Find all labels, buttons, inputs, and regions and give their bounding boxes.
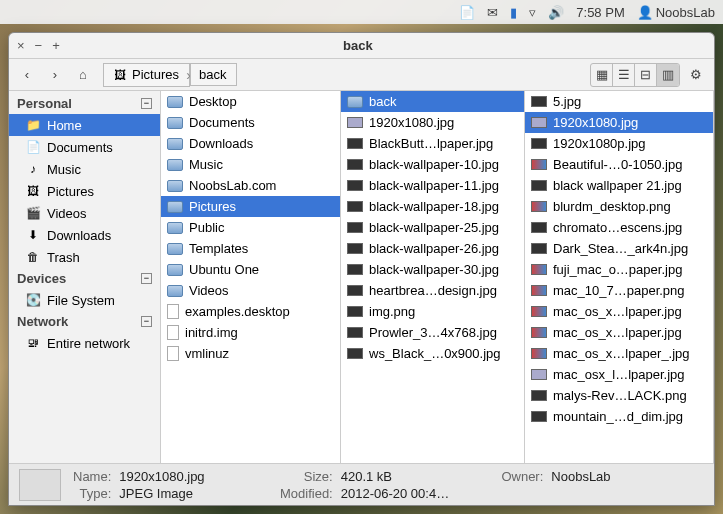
tray-volume-icon[interactable]: 🔊 xyxy=(548,5,564,20)
list-item[interactable]: img.png xyxy=(341,301,524,322)
list-item[interactable]: initrd.img xyxy=(161,322,340,343)
list-item[interactable]: Videos xyxy=(161,280,340,301)
item-label: 1920x1080.jpg xyxy=(553,115,638,130)
list-item[interactable]: Pictures xyxy=(161,196,340,217)
column-view: DesktopDocumentsDownloadsMusicNoobsLab.c… xyxy=(161,91,714,463)
tray-wifi-icon[interactable]: ▿ xyxy=(529,5,536,20)
image-icon xyxy=(531,369,547,380)
folder-icon xyxy=(167,180,183,192)
image-icon xyxy=(347,222,363,233)
breadcrumb-back[interactable]: back xyxy=(190,63,237,86)
list-item[interactable]: ws_Black_…0x900.jpg xyxy=(341,343,524,364)
view-list-button[interactable]: ☰ xyxy=(613,64,635,86)
status-owner-label: Owner: xyxy=(501,469,543,484)
list-item[interactable]: Dark_Stea…_ark4n.jpg xyxy=(525,238,713,259)
list-item[interactable]: Desktop xyxy=(161,91,340,112)
list-item[interactable]: mac_osx_l…lpaper.jpg xyxy=(525,364,713,385)
view-tree-button[interactable]: ⊟ xyxy=(635,64,657,86)
list-item[interactable]: mac_os_x…lpaper_.jpg xyxy=(525,343,713,364)
sidebar-item-downloads[interactable]: ⬇Downloads xyxy=(9,224,160,246)
list-item[interactable]: 1920x1080.jpg xyxy=(341,112,524,133)
nav-home-button[interactable]: ⌂ xyxy=(71,63,95,87)
list-item[interactable]: black-wallpaper-25.jpg xyxy=(341,217,524,238)
list-item[interactable]: vmlinuz xyxy=(161,343,340,364)
list-item[interactable]: mac_os_x…lpaper.jpg xyxy=(525,322,713,343)
list-item[interactable]: malys-Rev…LACK.png xyxy=(525,385,713,406)
list-item[interactable]: heartbrea…design.jpg xyxy=(341,280,524,301)
maximize-button[interactable]: + xyxy=(52,38,60,53)
status-type-label: Type: xyxy=(73,486,111,501)
list-item[interactable]: black-wallpaper-30.jpg xyxy=(341,259,524,280)
list-item[interactable]: Ubuntu One xyxy=(161,259,340,280)
list-item[interactable]: NoobsLab.com xyxy=(161,175,340,196)
list-item[interactable]: chromato…escens.jpg xyxy=(525,217,713,238)
sidebar-item-home[interactable]: 📁Home xyxy=(9,114,160,136)
folder-icon xyxy=(167,285,183,297)
list-item[interactable]: mac_10_7…paper.png xyxy=(525,280,713,301)
sidebar-item-trash[interactable]: 🗑Trash xyxy=(9,246,160,268)
item-label: heartbrea…design.jpg xyxy=(369,283,497,298)
close-button[interactable]: × xyxy=(17,38,25,53)
list-item[interactable]: Documents xyxy=(161,112,340,133)
tray-user[interactable]: 👤 NoobsLab xyxy=(637,5,715,20)
list-item[interactable]: fuji_mac_o…paper.jpg xyxy=(525,259,713,280)
item-label: 1920x1080.jpg xyxy=(369,115,454,130)
minimize-button[interactable]: − xyxy=(35,38,43,53)
tray-battery-icon[interactable]: ▮ xyxy=(510,5,517,20)
breadcrumb-pictures[interactable]: 🖼Pictures xyxy=(103,63,190,87)
sidebar-section-header: Personal− xyxy=(9,93,160,114)
column-1: back1920x1080.jpgBlackButt…lpaper.jpgbla… xyxy=(341,91,525,463)
list-item[interactable]: blurdm_desktop.png xyxy=(525,196,713,217)
tray-clock[interactable]: 7:58 PM xyxy=(576,5,624,20)
list-item[interactable]: Templates xyxy=(161,238,340,259)
sidebar-item-documents[interactable]: 📄Documents xyxy=(9,136,160,158)
list-item[interactable]: 5.jpg xyxy=(525,91,713,112)
item-label: BlackButt…lpaper.jpg xyxy=(369,136,493,151)
nav-forward-button[interactable]: › xyxy=(43,63,67,87)
view-columns-button[interactable]: ▥ xyxy=(657,64,679,86)
sidebar-item-videos[interactable]: 🎬Videos xyxy=(9,202,160,224)
item-label: NoobsLab.com xyxy=(189,178,276,193)
list-item[interactable]: black-wallpaper-18.jpg xyxy=(341,196,524,217)
tray-files-icon[interactable]: 📄 xyxy=(459,5,475,20)
image-icon xyxy=(531,285,547,296)
list-item[interactable]: Downloads xyxy=(161,133,340,154)
list-item[interactable]: Music xyxy=(161,154,340,175)
sidebar-item-music[interactable]: ♪Music xyxy=(9,158,160,180)
tray-mail-icon[interactable]: ✉ xyxy=(487,5,498,20)
item-label: black-wallpaper-10.jpg xyxy=(369,157,499,172)
collapse-icon[interactable]: − xyxy=(141,316,152,327)
item-label: malys-Rev…LACK.png xyxy=(553,388,687,403)
list-item[interactable]: black-wallpaper-26.jpg xyxy=(341,238,524,259)
list-item[interactable]: 1920x1080.jpg xyxy=(525,112,713,133)
preview-thumbnail xyxy=(19,469,61,501)
sidebar-item-pictures[interactable]: 🖼Pictures xyxy=(9,180,160,202)
view-icons-button[interactable]: ▦ xyxy=(591,64,613,86)
list-item[interactable]: back xyxy=(341,91,524,112)
list-item[interactable]: mac_os_x…lpaper.jpg xyxy=(525,301,713,322)
sidebar-item-file-system[interactable]: 💽File System xyxy=(9,289,160,311)
list-item[interactable]: Public xyxy=(161,217,340,238)
list-item[interactable]: examples.desktop xyxy=(161,301,340,322)
status-modified-label: Modified: xyxy=(280,486,333,501)
list-item[interactable]: Beautiful-…0-1050.jpg xyxy=(525,154,713,175)
list-item[interactable]: BlackButt…lpaper.jpg xyxy=(341,133,524,154)
list-item[interactable]: Prowler_3…4x768.jpg xyxy=(341,322,524,343)
sidebar-item-entire-network[interactable]: 🖳Entire network xyxy=(9,332,160,354)
list-item[interactable]: black-wallpaper-10.jpg xyxy=(341,154,524,175)
collapse-icon[interactable]: − xyxy=(141,98,152,109)
status-size-value: 420.1 kB xyxy=(341,469,494,484)
folder-icon xyxy=(167,117,183,129)
list-item[interactable]: black-wallpaper-11.jpg xyxy=(341,175,524,196)
list-item[interactable]: mountain_…d_dim.jpg xyxy=(525,406,713,427)
collapse-icon[interactable]: − xyxy=(141,273,152,284)
list-item[interactable]: black wallpaper 21.jpg xyxy=(525,175,713,196)
list-item[interactable]: 1920x1080p.jpg xyxy=(525,133,713,154)
item-label: Videos xyxy=(189,283,229,298)
item-label: Templates xyxy=(189,241,248,256)
settings-button[interactable]: ⚙ xyxy=(684,63,708,87)
nav-back-button[interactable]: ‹ xyxy=(15,63,39,87)
item-label: examples.desktop xyxy=(185,304,290,319)
item-label: fuji_mac_o…paper.jpg xyxy=(553,262,682,277)
item-label: 5.jpg xyxy=(553,94,581,109)
